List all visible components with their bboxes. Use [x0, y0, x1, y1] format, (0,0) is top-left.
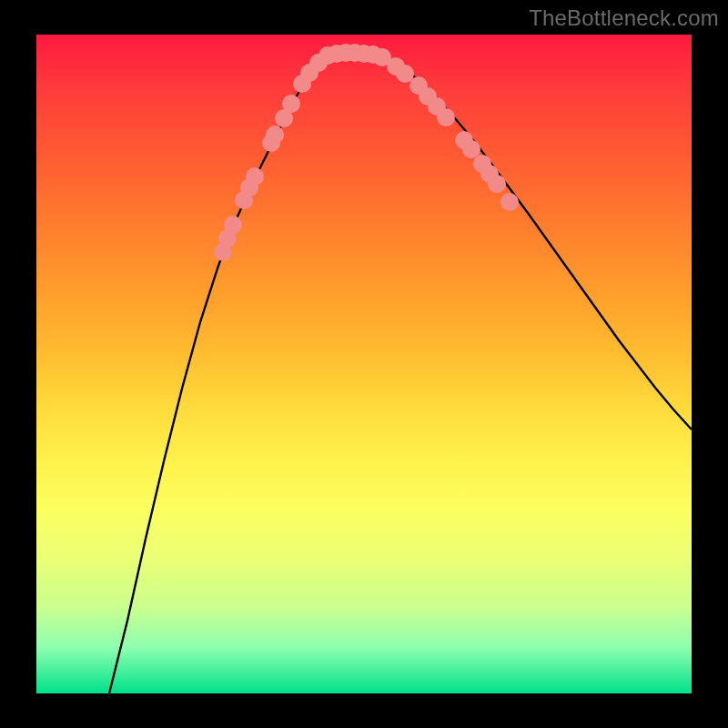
pink-marker-group	[214, 44, 519, 261]
chart-frame: TheBottleneck.com	[0, 0, 728, 728]
pink-dot	[500, 193, 519, 211]
pink-dot	[282, 95, 300, 113]
pink-dot	[224, 216, 242, 234]
pink-dot	[437, 108, 455, 126]
pink-dot	[246, 167, 264, 186]
pink-dot	[488, 175, 506, 193]
curve-svg	[36, 35, 692, 693]
watermark-text: TheBottleneck.com	[529, 5, 719, 31]
bottleneck-curve	[109, 53, 692, 693]
plot-area	[36, 35, 692, 693]
pink-dot	[462, 140, 480, 158]
pink-dot	[266, 126, 284, 144]
